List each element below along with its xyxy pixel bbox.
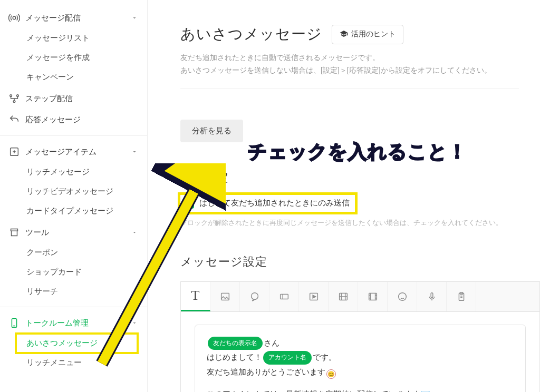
- image-icon: [219, 291, 231, 302]
- nav-divider: [0, 307, 147, 307]
- tool-smiley[interactable]: [388, 282, 417, 311]
- tool-coupon[interactable]: [269, 282, 299, 311]
- nav-child-card-type[interactable]: カードタイプメッセージ: [0, 201, 147, 221]
- nav-child-rich-menu[interactable]: リッチメニュー: [0, 353, 147, 373]
- chevron-down-icon: [131, 148, 138, 156]
- svg-point-3: [17, 95, 19, 97]
- tool-mic[interactable]: [417, 282, 447, 311]
- msg-text: さん: [264, 338, 279, 347]
- svg-point-1: [10, 95, 12, 97]
- play-box-icon: [308, 291, 320, 302]
- message-textarea[interactable]: 友だちの表示名さん はじめまして！アカウント名です。 友だち追加ありがとうござい…: [195, 325, 526, 392]
- coupon-icon: [278, 291, 290, 302]
- tool-film1[interactable]: [329, 282, 358, 311]
- section-send-settings-title: 送信設定: [180, 170, 540, 185]
- emoji-envelope-icon: 💌: [420, 389, 430, 392]
- msg-text: はじめまして！: [207, 352, 262, 361]
- editor-body: 友だちの表示名さん はじめまして！アカウント名です。 友だち追加ありがとうござい…: [181, 312, 539, 392]
- page-description: 友だち追加されたときに自動で送信されるメッセージです。 あいさつメッセージを送信…: [180, 52, 540, 77]
- nav-group-tools: ツール クーポン ショップカード リサーチ: [0, 222, 147, 301]
- nav-label: 応答メッセージ: [25, 115, 81, 125]
- svg-rect-8: [280, 294, 288, 299]
- nav-parent-broadcast[interactable]: メッセージ配信: [0, 7, 147, 28]
- nav-parent-step[interactable]: ステップ配信: [0, 88, 147, 109]
- chevron-down-icon: [131, 14, 138, 23]
- nav-child-coupon[interactable]: クーポン: [0, 243, 147, 262]
- first-add-only-row[interactable]: はじめて友だち追加されたときにのみ送信: [180, 195, 355, 212]
- plus-box-icon: [8, 146, 20, 158]
- nav-label: ステップ配信: [25, 94, 73, 104]
- tool-video[interactable]: [299, 282, 329, 311]
- storefront-icon: [8, 227, 20, 238]
- hint-label: 活用のヒント: [351, 30, 396, 39]
- editor-toolbar: T: [181, 282, 539, 312]
- msg-line1: 友だちの表示名さん: [207, 336, 514, 350]
- nav-group-broadcast: メッセージ配信 メッセージリスト メッセージを作成 キャンペーン: [0, 7, 147, 87]
- clipboard-icon: [456, 291, 467, 302]
- sidebar: メッセージ配信 メッセージリスト メッセージを作成 キャンペーン ステップ配信: [0, 0, 148, 392]
- divider: [180, 89, 519, 89]
- nav-child-shop-card[interactable]: ショップカード: [0, 262, 147, 282]
- flow-icon: [8, 93, 20, 104]
- reply-icon: [8, 114, 20, 125]
- tool-image[interactable]: [210, 282, 240, 311]
- message-editor: T 友だちの表示名さん: [180, 281, 540, 392]
- pill-account-name: アカウント名: [263, 351, 312, 364]
- desc-line2: あいさつメッセージを送信しない場合は、[設定]＞[応答設定]から設定をオフにして…: [180, 64, 540, 77]
- nav-child-rich-video[interactable]: リッチビデオメッセージ: [0, 182, 147, 201]
- svg-point-0: [13, 16, 16, 19]
- tool-text[interactable]: T: [181, 282, 210, 311]
- device-icon: [8, 317, 20, 329]
- tool-speech[interactable]: [240, 282, 269, 311]
- msg-text: このアカウントでは、最新情報を定期的に配信していきます: [207, 389, 420, 392]
- nav-child-rich-message[interactable]: リッチメッセージ: [0, 162, 147, 182]
- svg-point-7: [251, 292, 258, 299]
- nav-child-research[interactable]: リサーチ: [0, 282, 147, 301]
- svg-point-12: [398, 292, 406, 300]
- smiley-icon: [397, 291, 408, 302]
- nav-parent-talkroom[interactable]: トークルーム管理: [0, 312, 147, 334]
- svg-rect-13: [431, 292, 433, 297]
- broadcast-icon: [8, 12, 20, 24]
- hint-button[interactable]: 活用のヒント: [332, 25, 403, 44]
- tool-clipboard[interactable]: [447, 282, 476, 311]
- chevron-down-icon: [131, 228, 138, 237]
- main-content: あいさつメッセージ 活用のヒント 友だち追加されたときに自動で送信されるメッセー…: [148, 0, 540, 392]
- nav-label: トークルーム管理: [25, 318, 89, 328]
- graduation-cap-icon: [340, 30, 348, 40]
- chevron-down-icon: [131, 319, 138, 328]
- desc-line1: 友だち追加されたときに自動で送信されるメッセージです。: [180, 52, 540, 64]
- mic-icon: [426, 291, 438, 302]
- nav-parent-autoresp[interactable]: 応答メッセージ: [0, 109, 147, 130]
- tool-film2[interactable]: [358, 282, 388, 311]
- msg-text: 友だち追加ありがとうございます: [207, 367, 325, 376]
- film-icon: [338, 291, 349, 302]
- analyze-button[interactable]: 分析を見る: [180, 120, 243, 142]
- nav-child-campaign[interactable]: キャンペーン: [0, 67, 147, 87]
- page-header: あいさつメッセージ 活用のヒント: [180, 24, 540, 44]
- nav-group-msgitem: メッセージアイテム リッチメッセージ リッチビデオメッセージ カードタイプメッセ…: [0, 141, 147, 221]
- svg-point-2: [13, 101, 15, 103]
- first-add-only-help: ブロックが解除されたときに再度同じメッセージを送信したくない場合は、チェックを入…: [180, 218, 540, 228]
- nav-parent-tools[interactable]: ツール: [0, 222, 147, 243]
- nav-parent-msgitem[interactable]: メッセージアイテム: [0, 141, 147, 162]
- text-icon: T: [191, 288, 200, 303]
- pill-display-name: 友だちの表示名: [208, 337, 263, 350]
- filmstrip-icon: [367, 291, 379, 302]
- blank-line: [207, 379, 514, 387]
- msg-line4: このアカウントでは、最新情報を定期的に配信していきます💌: [207, 387, 514, 392]
- msg-text: です。: [313, 352, 336, 361]
- nav-divider: [0, 135, 147, 136]
- msg-line3: 友だち追加ありがとうございます😊: [207, 365, 514, 379]
- emoji-bow-icon: 😊: [326, 369, 336, 379]
- speech-icon: [249, 291, 261, 302]
- nav-group-talkroom: トークルーム管理 あいさつメッセージ リッチメニュー: [0, 312, 147, 373]
- nav-child-greeting-message[interactable]: あいさつメッセージ: [16, 334, 138, 353]
- nav-label: メッセージアイテム: [25, 147, 97, 157]
- first-add-only-checkbox[interactable]: [184, 198, 194, 209]
- page-title: あいさつメッセージ: [180, 24, 322, 44]
- nav-child-message-list[interactable]: メッセージリスト: [0, 28, 147, 48]
- msg-line2: はじめまして！アカウント名です。: [207, 350, 514, 365]
- section-message-settings-title: メッセージ設定: [180, 254, 540, 270]
- nav-child-message-create[interactable]: メッセージを作成: [0, 48, 147, 67]
